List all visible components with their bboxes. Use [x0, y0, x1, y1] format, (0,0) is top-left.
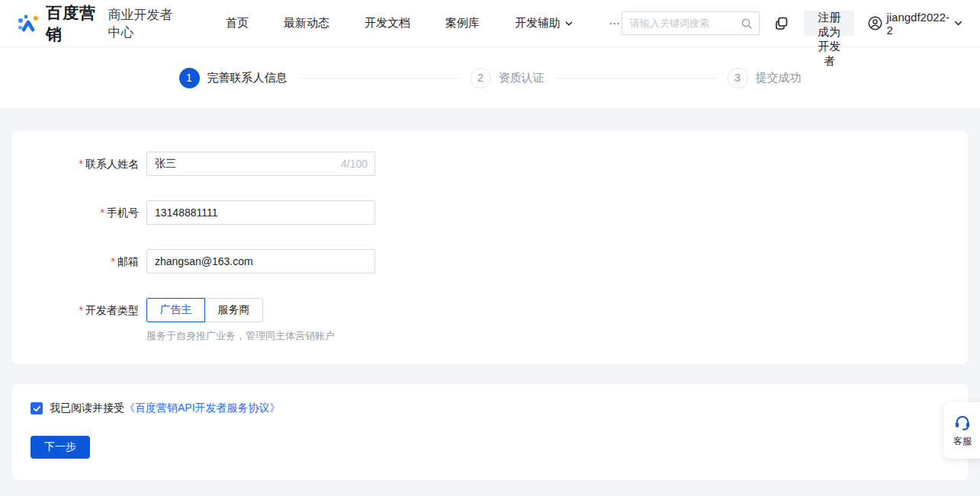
top-header: 百度营销 商业开发者中心 首页 最新动态 开发文档 案例库 开发辅助 ⋯ — [0, 0, 980, 47]
brand-logo[interactable]: 百度营销 商业开发者中心 — [17, 2, 182, 45]
customer-service-label: 客服 — [953, 435, 972, 448]
user-chevron-down-icon — [953, 18, 963, 28]
step-2-qualification: 2 资质认证 — [471, 68, 545, 88]
contact-name-row: *联系人姓名 4/100 — [31, 152, 949, 176]
agreement-text: 我已阅读并接受 — [50, 402, 124, 415]
nav-item-home[interactable]: 首页 — [226, 16, 249, 30]
headset-icon — [953, 414, 972, 432]
agreement-link[interactable]: 《百度营销API开发者服务协议》 — [124, 402, 281, 415]
chevron-down-icon — [564, 19, 574, 28]
user-avatar-icon — [868, 16, 882, 30]
type-option-advertiser[interactable]: 广告主 — [146, 298, 205, 322]
step-3-circle: 3 — [728, 68, 748, 88]
nav-item-dev-assist[interactable]: 开发辅助 — [515, 16, 574, 30]
step-3-label: 提交成功 — [756, 71, 802, 85]
phone-label: *手机号 — [31, 200, 139, 225]
search-input[interactable] — [630, 18, 741, 29]
page-content: *联系人姓名 4/100 *手机号 *邮箱 — [0, 108, 980, 480]
developer-type-helper: 服务于自身推广业务，管理同主体营销账户 — [146, 329, 335, 343]
email-row: *邮箱 — [31, 249, 949, 274]
step-2-circle: 2 — [471, 68, 491, 88]
header-right: 注册成为开发者 jiangdf2022-2 — [622, 11, 963, 37]
nav-item-docs[interactable]: 开发文档 — [365, 16, 410, 30]
user-account[interactable]: jiangdf2022-2 — [868, 11, 963, 37]
contact-name-label: *联系人姓名 — [31, 152, 139, 176]
required-mark: * — [79, 304, 83, 316]
char-counter: 4/100 — [341, 152, 368, 176]
nav-item-news[interactable]: 最新动态 — [284, 16, 329, 30]
email-label: *邮箱 — [31, 249, 139, 274]
search-icon[interactable] — [741, 18, 753, 30]
contact-info-card: *联系人姓名 4/100 *手机号 *邮箱 — [12, 131, 968, 364]
step-connector — [298, 78, 460, 78]
nav-item-cases[interactable]: 案例库 — [445, 16, 480, 30]
copy-switch-icon[interactable] — [773, 15, 790, 32]
required-mark: * — [79, 158, 83, 170]
phone-input[interactable] — [146, 200, 375, 225]
main-nav: 首页 最新动态 开发文档 案例库 开发辅助 ⋯ — [226, 16, 622, 30]
step-connector — [555, 78, 717, 78]
type-option-agency[interactable]: 服务商 — [204, 298, 263, 322]
search-box[interactable] — [622, 11, 760, 35]
agreement-row: 我已阅读并接受 《百度营销API开发者服务协议》 — [31, 402, 949, 415]
step-2-label: 资质认证 — [499, 71, 545, 85]
username: jiangdf2022-2 — [886, 11, 949, 37]
logo-subtitle: 商业开发者中心 — [108, 6, 182, 41]
customer-service-widget[interactable]: 客服 — [943, 402, 980, 459]
agreement-card: 我已阅读并接受 《百度营销API开发者服务协议》 下一步 — [12, 384, 968, 480]
next-step-button[interactable]: 下一步 — [31, 436, 90, 459]
register-developer-button[interactable]: 注册成为开发者 — [804, 11, 854, 36]
step-3-success: 3 提交成功 — [728, 68, 802, 88]
developer-type-label: *开发者类型 — [31, 298, 139, 343]
logo-title: 百度营销 — [46, 2, 100, 45]
agreement-checkbox[interactable] — [31, 402, 43, 414]
developer-type-row: *开发者类型 广告主 服务商 服务于自身推广业务，管理同主体营销账户 — [31, 298, 949, 343]
required-mark: * — [101, 206, 104, 219]
nav-item-more[interactable]: ⋯ — [609, 17, 622, 30]
required-mark: * — [111, 255, 115, 267]
baidu-marketing-logo-icon — [17, 13, 40, 34]
step-1-label: 完善联系人信息 — [207, 71, 288, 85]
email-input[interactable] — [146, 249, 375, 274]
step-1-circle: 1 — [179, 68, 200, 88]
developer-type-group: 广告主 服务商 — [146, 298, 335, 322]
phone-row: *手机号 — [31, 200, 949, 225]
step-1-contact-info: 1 完善联系人信息 — [179, 68, 288, 88]
